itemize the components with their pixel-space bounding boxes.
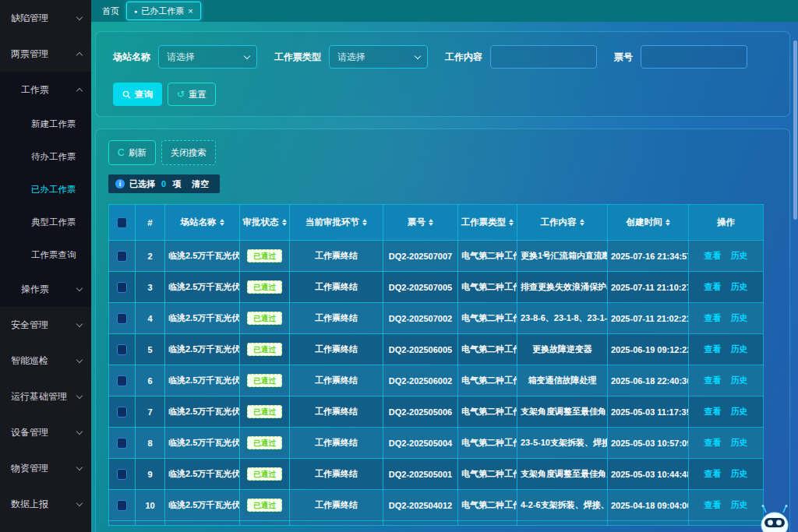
sidebar-item-safety-mgmt[interactable]: 安全管理 xyxy=(0,307,91,343)
sort-asc-caret xyxy=(220,219,224,222)
sort-icon[interactable] xyxy=(220,219,224,226)
header-cell[interactable]: 场站名称 xyxy=(165,205,240,241)
view-link[interactable]: 查看 xyxy=(704,499,722,511)
history-link[interactable]: 历史 xyxy=(731,250,748,262)
reset-button[interactable]: ↺ 重置 xyxy=(168,83,216,106)
table-row: 9临洮2.5万千瓦光伏电...已通过工作票终结DQ2-202505001电气第二… xyxy=(109,459,764,490)
partial-cell xyxy=(458,521,517,526)
row-checkbox[interactable] xyxy=(117,344,127,355)
ticket-type-cell: 电气第二种工作票 xyxy=(458,459,517,490)
row-checkbox[interactable] xyxy=(117,407,127,417)
sort-icon[interactable] xyxy=(362,219,367,226)
header-cell[interactable]: 票号 xyxy=(383,205,458,241)
sidebar-item-typical-work-ticket[interactable]: 典型工作票 xyxy=(0,206,91,238)
header-cell[interactable]: 当前审批环节 xyxy=(290,205,383,241)
sort-icon[interactable] xyxy=(580,219,584,226)
history-link[interactable]: 历史 xyxy=(731,312,748,324)
history-link[interactable]: 历史 xyxy=(731,375,748,386)
sidebar-item-todo-work-ticket[interactable]: 待办工作票 xyxy=(0,140,91,173)
row-checkbox[interactable] xyxy=(117,375,127,386)
sidebar-item-work-ticket[interactable]: 工作票 xyxy=(0,72,91,107)
sidebar-item-data-report[interactable]: 数据上报 xyxy=(0,486,91,522)
row-checkbox[interactable] xyxy=(117,282,127,293)
sidebar-item-two-ticket-mgmt[interactable]: 两票管理 xyxy=(0,36,91,72)
header-cell[interactable]: 创建时间 xyxy=(608,205,689,241)
sort-desc-caret xyxy=(282,223,287,226)
history-link[interactable]: 历史 xyxy=(731,499,748,511)
sidebar-item-smart-inspection[interactable]: 智能巡检 xyxy=(0,343,91,379)
header-cell-content: 当前审批环节 xyxy=(293,217,380,228)
view-link[interactable]: 查看 xyxy=(704,344,722,355)
history-link[interactable]: 历史 xyxy=(731,406,748,417)
sidebar-item-operation-base-mgmt[interactable]: 运行基础管理 xyxy=(0,379,91,414)
history-link[interactable]: 历史 xyxy=(731,344,748,355)
table-row-partial xyxy=(109,521,764,526)
clear-selection-link[interactable]: 清空 xyxy=(192,178,209,190)
tab-close-icon[interactable]: × xyxy=(188,7,192,16)
ticket-type-cell: 电气第二种工作票 xyxy=(458,272,517,303)
view-link[interactable]: 查看 xyxy=(704,250,722,262)
sort-icon[interactable] xyxy=(666,219,670,226)
sidebar-item-new-work-ticket[interactable]: 新建工作票 xyxy=(0,107,91,140)
sidebar-item-work-ticket-query[interactable]: 工作票查询 xyxy=(0,238,91,271)
row-checkbox[interactable] xyxy=(117,438,127,449)
status-badge: 已通过 xyxy=(247,436,282,450)
sort-desc-caret xyxy=(429,223,433,226)
table-row: 10临洮2.5万千瓦光伏电...已通过工作票终结DQ2-202504012电气第… xyxy=(109,490,764,521)
ticket-no-input[interactable] xyxy=(641,45,747,69)
ticket-type-select[interactable]: 请选择 xyxy=(329,45,428,69)
row-checkbox[interactable] xyxy=(117,313,127,324)
sidebar-item-done-work-ticket[interactable]: 已办工作票 xyxy=(0,173,91,206)
vertical-scrollbar-thumb[interactable] xyxy=(793,41,797,220)
selection-suffix: 项 xyxy=(172,178,181,190)
work-content-cell: 箱变通信故障处理 xyxy=(517,365,608,396)
view-link[interactable]: 查看 xyxy=(704,375,722,386)
ticket-no-cell: DQ2-202505006 xyxy=(383,396,458,428)
row-checkbox[interactable] xyxy=(117,251,127,262)
chevron-down-icon xyxy=(76,499,83,506)
station-name-select[interactable]: 请选择 xyxy=(158,45,257,69)
sort-asc-caret xyxy=(362,219,367,222)
sort-icon[interactable] xyxy=(429,219,433,226)
row-index-cell: 6 xyxy=(136,365,165,396)
row-checkbox[interactable] xyxy=(117,500,127,511)
row-actions: 查看历史 xyxy=(704,344,748,355)
created-time-cell: 2025-05-03 10:44:48 xyxy=(608,459,689,490)
tab-home[interactable]: 首页 xyxy=(95,2,126,20)
history-link[interactable]: 历史 xyxy=(731,468,748,480)
status-badge: 已通过 xyxy=(247,499,282,513)
header-cell[interactable]: 工作票类型 xyxy=(458,205,517,241)
ticket-no-cell: DQ2-202507002 xyxy=(383,303,458,334)
approval-status-cell: 已通过 xyxy=(240,334,290,365)
header-cell[interactable]: 审批状态 xyxy=(240,205,290,241)
chevron-down-icon xyxy=(76,284,83,291)
vertical-scrollbar[interactable] xyxy=(793,25,797,529)
chatbot-robot-icon[interactable] xyxy=(756,505,793,532)
close-search-button[interactable]: 关闭搜索 xyxy=(161,140,216,165)
select-all-checkbox[interactable] xyxy=(117,217,127,228)
sidebar-item-operation-ticket[interactable]: 操作票 xyxy=(0,271,91,307)
sidebar-item-defect-mgmt[interactable]: 缺陷管理 xyxy=(0,0,91,36)
sort-icon[interactable] xyxy=(282,219,287,226)
header-label: 当前审批环节 xyxy=(305,217,359,228)
partial-cell xyxy=(608,521,689,526)
header-cell[interactable]: 工作内容 xyxy=(517,205,608,241)
history-link[interactable]: 历史 xyxy=(731,437,748,449)
sidebar-item-label: 缺陷管理 xyxy=(11,12,48,25)
sidebar-item-material-mgmt[interactable]: 物资管理 xyxy=(0,450,91,486)
row-checkbox[interactable] xyxy=(117,469,127,480)
view-link[interactable]: 查看 xyxy=(704,312,722,324)
work-content-input[interactable] xyxy=(490,45,597,69)
ticket-type-select-value: 请选择 xyxy=(337,51,365,64)
approval-status-cell: 已通过 xyxy=(240,396,290,428)
view-link[interactable]: 查看 xyxy=(704,437,722,449)
view-link[interactable]: 查看 xyxy=(704,406,722,417)
view-link[interactable]: 查看 xyxy=(704,468,722,480)
tab-done-work-ticket[interactable]: ● 已办工作票 × xyxy=(126,2,201,20)
sidebar-item-equipment-mgmt[interactable]: 设备管理 xyxy=(0,414,91,450)
query-button[interactable]: 查询 xyxy=(113,83,162,106)
view-link[interactable]: 查看 xyxy=(704,281,722,293)
history-link[interactable]: 历史 xyxy=(731,281,748,293)
sort-icon[interactable] xyxy=(509,219,514,226)
refresh-button[interactable]: C 刷新 xyxy=(108,140,156,165)
